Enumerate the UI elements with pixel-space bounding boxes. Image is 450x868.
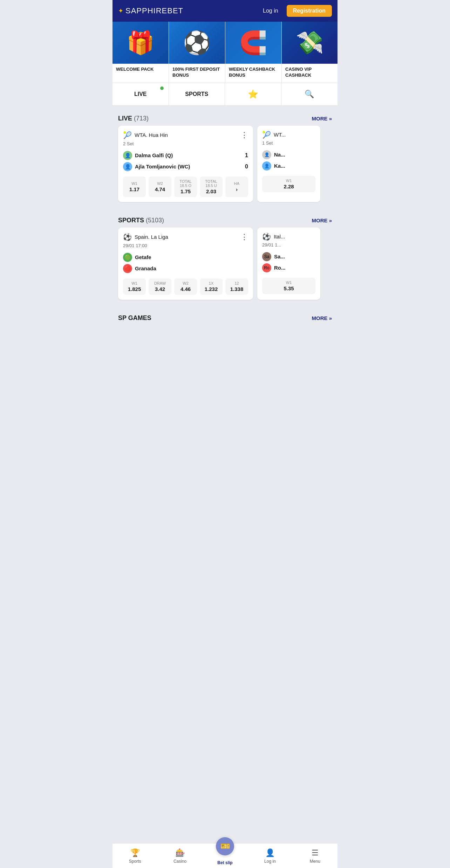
sports-league-name-1: Spain. La Liga [135,234,168,240]
sports-team-info-1b: 🔴 Granada [123,264,156,273]
odd-label-w2-1: W2 [157,181,163,186]
tab-live[interactable]: LIVE [112,83,169,105]
sports-odds-row-1: W1 1.825 DRAW 3.42 W2 4.46 1X 1.232 12 [123,278,248,295]
odd-total-o-1[interactable]: TOTAL 18.5 O 1.75 [174,176,197,197]
live-more-link[interactable]: MORE » [312,116,332,121]
odd-w1-1[interactable]: W1 1.17 [123,176,146,197]
sports-match-card-2: ⚽ Ital... 29/01 1... Sa Sa... Ro Ro... [257,228,320,300]
sports-odd-1x-1[interactable]: 1X 1.232 [200,278,223,295]
register-button[interactable]: Registration [287,5,332,17]
sp-games-section: SP GAMES MORE » [112,311,338,325]
match-league-1: 🎾 WTA. Hua Hin [123,131,168,139]
football-icon-1: ⚽ [123,233,132,241]
tab-sports[interactable]: SPORTS [169,83,225,105]
sports-team-row-1a: 🟢 Getafe [123,252,248,263]
live-indicator-dot [160,86,164,90]
promo-deposit-image: ⚽ [169,22,225,64]
sp-games-more-link[interactable]: MORE » [312,315,332,321]
star-icon: ⭐ [248,89,258,99]
odd-label-ha-1: HA [234,181,239,186]
header-buttons: Log in Registration [258,5,332,17]
odd-value-total-o-1: 1.75 [180,188,191,194]
team-row-1b: 👤 Ajla Tomljanovic (WC) 0 [123,161,248,172]
tab-search[interactable]: 🔍 [281,83,338,105]
sports-team-avatar-2a: Sa [262,252,271,261]
odd-value-w1-2: 2.28 [284,183,294,189]
sports-team-avatar-1a: 🟢 [123,253,132,262]
sports-team-row-2b: Ro Ro... [262,262,315,273]
sports-match-date-2: 29/01 1... [262,242,315,248]
team-name-2b: Ka... [274,163,285,169]
sports-odd-label-w1-1: W1 [131,281,137,285]
sports-section: SPORTS (5103) MORE » ⚽ Spain. La Liga ⋮ … [112,213,338,305]
team-name-1b: Ajla Tomljanovic (WC) [135,164,190,169]
sports-odd-value-1x-1: 1.232 [205,286,218,292]
team-row-2a: 👤 Na... [262,149,315,160]
team-avatar-2b: 👤 [262,161,271,171]
sports-match-league-2: ⚽ Ital... [262,232,285,241]
sports-odd-12-1[interactable]: 12 1.338 [225,278,248,295]
odd-value-w1-1: 1.17 [129,186,139,192]
league-name-1: WTA. Hua Hin [135,132,168,138]
sports-odd-label-1x-1: 1X [209,281,213,285]
football-icon-2: ⚽ [262,232,271,241]
login-button[interactable]: Log in [258,5,283,17]
odd-label-w1-2: W1 [286,179,292,183]
match-header-1: 🎾 WTA. Hua Hin ⋮ [123,131,248,140]
sports-odd-w2-1[interactable]: W2 4.46 [174,278,197,295]
odd-w2-1[interactable]: W2 4.74 [149,176,171,197]
sp-games-title: SP GAMES [118,314,151,322]
tab-live-label: LIVE [134,91,147,97]
league-name-2: WT... [274,132,286,138]
sports-odd-w1-2[interactable]: W1 5.35 [262,278,315,294]
logo: ✦ SAPPHIREBET [118,6,183,15]
sports-match-teams-1: 🟢 Getafe 🔴 Granada [123,252,248,274]
promotions-strip: 🎁 WELCOME PACK ⚽ 100% FIRST DEPOSIT BONU… [112,22,338,83]
sports-odd-label-draw-1: DRAW [154,281,166,285]
sports-more-link[interactable]: MORE » [312,217,332,223]
live-section-header: LIVE (713) MORE » [112,111,338,126]
odd-w1-2[interactable]: W1 2.28 [262,176,315,192]
odd-value-w2-1: 4.74 [155,186,165,192]
match-menu-1[interactable]: ⋮ [240,131,248,140]
odd-label-total-u-1: TOTAL 18.5 U [201,179,221,188]
sports-team-name-1b: Granada [135,265,156,271]
odd-label-total-o-1: TOTAL 18.5 O [176,179,196,188]
sports-odd-draw-1[interactable]: DRAW 3.42 [149,278,171,295]
odd-value-ha-1: › [236,186,238,192]
odd-total-u-1[interactable]: TOTAL 18.5 U 2.03 [200,176,223,197]
sports-odd-value-draw-1: 3.42 [155,286,165,292]
sports-match-menu-1[interactable]: ⋮ [240,232,248,242]
sports-odd-value-w1-2: 5.35 [284,285,294,291]
match-set-2: 1 Set [262,140,315,146]
team-info-2a: 👤 Na... [262,150,285,159]
sports-odd-value-12-1: 1.338 [230,286,244,292]
sports-odd-label-12-1: 12 [234,281,239,285]
team-name-1a: Dalma Galfi (Q) [135,152,173,158]
odd-label-w1-1: W1 [131,181,137,186]
promo-deposit[interactable]: ⚽ 100% FIRST DEPOSIT BONUS [169,22,225,83]
live-section: LIVE (713) MORE » 🎾 WTA. Hua Hin ⋮ 2 Set… [112,111,338,208]
promo-deposit-label: 100% FIRST DEPOSIT BONUS [169,67,225,78]
sports-match-card-1: ⚽ Spain. La Liga ⋮ 29/01 17:00 🟢 Getafe … [118,228,253,300]
live-match-card-1: 🎾 WTA. Hua Hin ⋮ 2 Set 👤 Dalma Galfi (Q)… [118,126,253,202]
sports-team-name-2b: Ro... [274,265,286,271]
live-section-title: LIVE (713) [118,115,149,122]
live-match-card-2: 🎾 WT... 1 Set 👤 Na... 👤 Ka... [257,126,320,202]
tab-favorites[interactable]: ⭐ [225,83,281,105]
sports-match-header-2: ⚽ Ital... [262,232,315,241]
odd-ha-1[interactable]: HA › [225,176,248,197]
promo-cashback[interactable]: 🧲 WEEKLY CASHBACK BONUS [225,22,282,83]
sports-team-info-1a: 🟢 Getafe [123,253,151,262]
promo-cashback-label: WEEKLY CASHBACK BONUS [225,67,281,78]
live-count: (713) [134,115,149,122]
sports-odd-value-w2-1: 4.46 [180,286,191,292]
sports-odd-w1-1[interactable]: W1 1.825 [123,278,146,295]
promo-vip-image: 💸 [282,22,338,64]
sports-section-header: SPORTS (5103) MORE » [112,213,338,228]
sports-section-title: SPORTS (5103) [118,217,164,224]
promo-welcome-image: 🎁 [112,22,169,64]
sp-games-header: SP GAMES MORE » [112,311,338,325]
promo-vip[interactable]: 💸 CASINO VIP CASHBACK [282,22,338,83]
promo-welcome[interactable]: 🎁 WELCOME PACK [112,22,169,83]
